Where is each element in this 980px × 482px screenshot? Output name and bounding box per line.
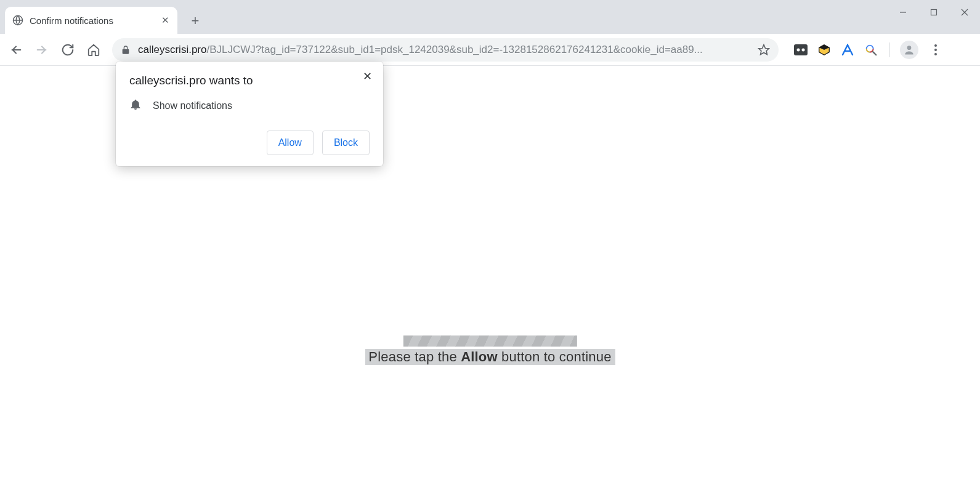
titlebar: Confirm notifications ✕ +	[0, 0, 980, 34]
allow-button[interactable]: Allow	[267, 131, 314, 155]
svg-line-16	[873, 51, 877, 55]
window-controls	[888, 0, 980, 25]
svg-marker-7	[759, 44, 769, 54]
minimize-button[interactable]	[888, 0, 918, 25]
svg-point-9	[797, 48, 800, 51]
page-content: Please tap the Allow button to continue	[365, 335, 615, 365]
back-button[interactable]	[5, 39, 27, 61]
extension-icon-2[interactable]	[816, 41, 833, 58]
browser-menu-button[interactable]	[925, 39, 947, 61]
extension-icon-3[interactable]	[839, 41, 856, 58]
lock-icon	[121, 45, 131, 55]
forward-button[interactable]	[31, 39, 53, 61]
url-host: calleyscrisi.pro	[138, 44, 206, 55]
svg-rect-2	[931, 10, 937, 15]
tab-close-icon[interactable]: ✕	[160, 15, 170, 25]
new-tab-button[interactable]: +	[186, 12, 205, 30]
maximize-button[interactable]	[918, 0, 949, 25]
extension-icon-1[interactable]	[792, 41, 809, 58]
fake-progress-bar	[403, 335, 577, 347]
url-path: /BJLJCWJ?tag_id=737122&sub_id1=pdsk_1242…	[206, 44, 702, 55]
browser-tab[interactable]: Confirm notifications ✕	[5, 7, 177, 34]
home-button[interactable]	[83, 39, 105, 61]
svg-rect-8	[794, 44, 808, 55]
bell-icon	[129, 98, 142, 113]
profile-avatar[interactable]	[900, 41, 918, 59]
permission-buttons: Allow Block	[129, 131, 370, 155]
extensions-area	[792, 39, 947, 61]
address-bar[interactable]: calleyscrisi.pro/BJLJCWJ?tag_id=737122&s…	[112, 38, 779, 62]
msg-bold: Allow	[461, 349, 498, 364]
bookmark-star-icon[interactable]	[751, 44, 770, 56]
close-window-button[interactable]	[949, 0, 980, 25]
url-text: calleyscrisi.pro/BJLJCWJ?tag_id=737122&s…	[138, 44, 703, 56]
globe-icon	[12, 15, 23, 26]
permission-row: Show notifications	[129, 98, 370, 113]
permission-title: calleyscrisi.pro wants to	[129, 74, 370, 87]
extension-icon-4[interactable]	[862, 41, 880, 58]
svg-point-17	[907, 46, 912, 50]
close-icon[interactable]: ✕	[360, 69, 375, 84]
tab-title: Confirm notifications	[30, 15, 155, 26]
msg-suffix: button to continue	[498, 349, 612, 364]
block-button[interactable]: Block	[322, 131, 370, 155]
msg-prefix: Please tap the	[368, 349, 461, 364]
reload-button[interactable]	[57, 39, 79, 61]
toolbar-divider	[889, 42, 890, 57]
permission-text: Show notifications	[153, 100, 232, 111]
permission-prompt: ✕ calleyscrisi.pro wants to Show notific…	[116, 62, 383, 166]
svg-point-10	[802, 48, 805, 51]
page-message: Please tap the Allow button to continue	[365, 349, 615, 365]
